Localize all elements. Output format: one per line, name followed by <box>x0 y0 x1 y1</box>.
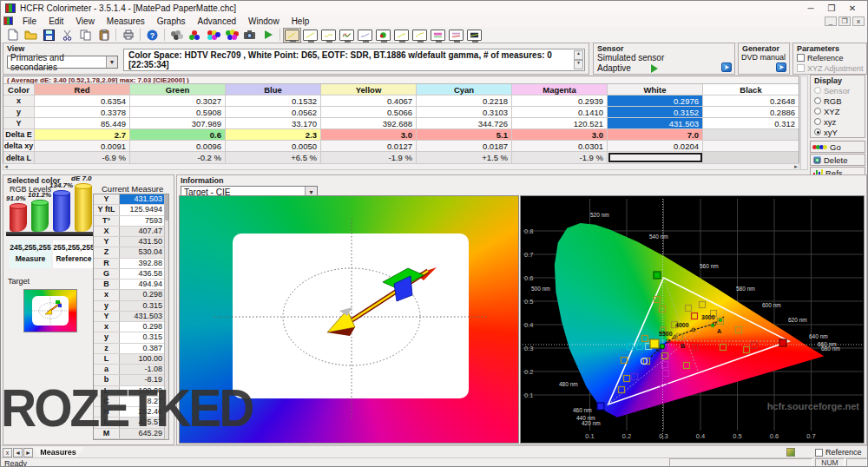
cell-yellow-delta-l[interactable]: -1.9 % <box>321 152 417 163</box>
cell-black-delta-e[interactable] <box>703 129 799 140</box>
open-file-icon[interactable] <box>22 28 40 43</box>
graph-view-icon-5[interactable] <box>356 28 374 43</box>
sensor-config-icon[interactable]: ➤ <box>721 62 732 72</box>
copy-icon[interactable] <box>76 28 95 43</box>
column-header-yellow[interactable]: Yellow <box>321 84 417 95</box>
cell-blue-delta-xy[interactable]: 0.0050 <box>226 141 321 151</box>
column-header-magenta[interactable]: Magenta <box>512 84 608 95</box>
table-vertical-scrollbar[interactable] <box>800 76 808 170</box>
delete-button[interactable]: Delete <box>810 154 865 166</box>
cell-green-x[interactable]: 0.3027 <box>130 95 226 106</box>
go-button[interactable]: Go <box>810 141 865 153</box>
cell-cyan-delta-e[interactable]: 5.1 <box>417 129 512 140</box>
cell-magenta-delta-e[interactable]: 3.0 <box>512 129 608 140</box>
save-icon[interactable] <box>40 28 58 43</box>
cell-cyan-y[interactable]: 344.726 <box>417 118 512 128</box>
graph-view-icon-9[interactable] <box>429 28 447 43</box>
graph-view-icon-8[interactable] <box>411 28 429 43</box>
reference-checkbox[interactable]: Reference <box>797 54 844 62</box>
cell-magenta-delta-xy[interactable]: 0.0301 <box>512 141 608 151</box>
cell-magenta-delta-l[interactable]: -1.9 % <box>512 152 608 163</box>
cell-green-y[interactable]: 307.989 <box>130 118 226 128</box>
generator-config-icon[interactable]: ➤ <box>776 62 786 72</box>
measure-table-scrollbar[interactable] <box>164 194 168 439</box>
cell-green-delta-l[interactable]: -0.2 % <box>130 152 226 163</box>
cut-icon[interactable] <box>58 28 76 43</box>
cell-cyan-delta-xy[interactable]: 0.0187 <box>417 141 512 151</box>
cell-red-y[interactable]: 85.449 <box>35 118 130 128</box>
cell-cyan-delta-l[interactable]: +1.5 % <box>417 152 512 163</box>
graph-view-icon-2[interactable] <box>301 28 319 43</box>
run-measures-icon[interactable] <box>259 28 277 43</box>
cell-white-x[interactable]: 0.2976 <box>608 95 703 106</box>
info-spinner[interactable]: ▲▼ <box>574 50 583 69</box>
cell-black-x[interactable]: 0.2648 <box>703 95 799 106</box>
cell-red-delta-e[interactable]: 2.7 <box>35 129 130 140</box>
graph-view-icon-6[interactable] <box>374 28 392 43</box>
menu-window[interactable]: Window <box>242 16 286 26</box>
column-header-cyan[interactable]: Cyan <box>417 84 512 95</box>
help-icon[interactable]: ? <box>143 28 161 43</box>
display-option-xyz[interactable]: XYZ <box>814 106 863 116</box>
cell-black-y[interactable]: 0.2886 <box>703 107 799 117</box>
bottom-reference-checkbox[interactable]: Reference <box>815 448 862 457</box>
cell-red-y[interactable]: 0.3378 <box>35 107 130 117</box>
column-header-color[interactable]: Color <box>3 84 35 95</box>
cell-red-delta-xy[interactable]: 0.0091 <box>35 141 130 151</box>
column-header-white[interactable]: White <box>608 84 703 95</box>
mdi-close-icon[interactable]: x <box>852 16 865 26</box>
tab-prev-button[interactable]: ◄ <box>13 448 23 457</box>
cell-blue-delta-e[interactable]: 2.3 <box>226 129 321 140</box>
view-mode-select[interactable]: Primaries and secondaries ▼ <box>7 56 118 69</box>
cell-red-x[interactable]: 0.6354 <box>35 95 130 106</box>
mdi-minimize-icon[interactable]: _ <box>825 16 837 26</box>
graph-view-icon-7[interactable] <box>392 28 411 43</box>
table-horizontal-scrollbar[interactable]: ◄► <box>3 163 799 170</box>
cell-yellow-delta-e[interactable]: 3.0 <box>321 129 417 140</box>
menu-view[interactable]: View <box>69 16 101 26</box>
cell-green-delta-xy[interactable]: 0.0096 <box>130 141 226 151</box>
all-colors-measure-icon[interactable] <box>222 28 240 43</box>
cell-magenta-x[interactable]: 0.2939 <box>512 95 608 106</box>
restore-icon[interactable]: ❐ <box>821 3 842 13</box>
column-header-red[interactable]: Red <box>35 84 130 95</box>
graph-view-icon-1[interactable] <box>283 28 301 43</box>
cell-blue-y[interactable]: 0.0562 <box>226 107 321 117</box>
column-header-green[interactable]: Green <box>130 84 226 95</box>
cell-white-y[interactable]: 0.3152 <box>608 107 703 117</box>
new-file-icon[interactable] <box>3 28 22 43</box>
mdi-restore-icon[interactable]: ❐ <box>838 16 851 26</box>
close-icon[interactable]: ✕ <box>842 3 863 13</box>
menu-advanced[interactable]: Advanced <box>192 16 242 26</box>
cell-cyan-x[interactable]: 0.2218 <box>417 95 512 106</box>
paste-icon[interactable] <box>95 28 113 43</box>
display-option-xyz[interactable]: xyz <box>814 116 863 127</box>
graph-view-icon-10[interactable] <box>447 28 465 43</box>
cell-black-delta-l[interactable] <box>703 152 799 163</box>
cell-magenta-y[interactable]: 120.521 <box>512 118 608 128</box>
cell-yellow-x[interactable]: 0.4067 <box>321 95 417 106</box>
column-header-black[interactable]: Black <box>703 84 799 95</box>
sensor-play-icon[interactable] <box>651 64 658 73</box>
cell-black-delta-xy[interactable] <box>703 141 799 151</box>
cell-magenta-y[interactable]: 0.1410 <box>512 107 608 117</box>
cell-white-y[interactable]: 431.503 <box>608 118 703 128</box>
graph-view-icon-11[interactable] <box>465 28 483 43</box>
graph-view-icon-3[interactable] <box>319 28 338 43</box>
tab-next-button[interactable]: ► <box>23 448 33 457</box>
menu-edit[interactable]: Edit <box>43 16 69 26</box>
menu-measures[interactable]: Measures <box>101 16 151 26</box>
secondaries-measure-icon[interactable] <box>204 28 222 43</box>
cell-black-y[interactable]: 0.312 <box>703 118 799 128</box>
display-option-xyy[interactable]: xyY <box>814 127 863 137</box>
cell-green-delta-e[interactable]: 0.6 <box>130 129 226 140</box>
print-icon[interactable] <box>119 28 137 43</box>
cell-red-delta-l[interactable]: -6.9 % <box>35 152 130 163</box>
primaries-measure-icon[interactable] <box>186 28 204 43</box>
snapshot-icon[interactable] <box>240 28 259 43</box>
minimize-icon[interactable]: ─ <box>800 3 821 13</box>
cell-blue-y[interactable]: 33.170 <box>226 118 321 128</box>
cell-white-delta-e[interactable]: 7.0 <box>608 129 703 140</box>
xyz-adjustment-checkbox[interactable]: XYZ Adjustment <box>797 64 864 73</box>
grayscale-measure-icon[interactable] <box>168 28 186 43</box>
